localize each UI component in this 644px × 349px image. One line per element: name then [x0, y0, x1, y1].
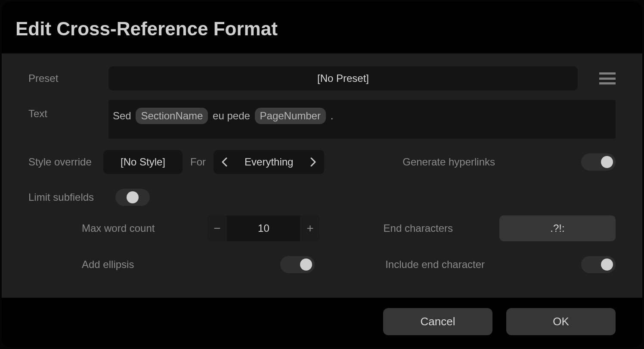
include-end-char-toggle[interactable]	[581, 256, 616, 273]
bottom-toggles-row: Add ellipsis Include end character	[28, 256, 616, 273]
stepper-minus-button[interactable]: −	[207, 215, 227, 241]
for-value: Everything	[235, 150, 303, 174]
limit-subfields-label: Limit subfields	[28, 191, 94, 203]
for-prev-button[interactable]	[214, 150, 235, 174]
toggle-knob	[300, 259, 312, 271]
limit-subfields-toggle[interactable]	[115, 189, 150, 206]
dialog-footer: Cancel OK	[2, 298, 642, 347]
toggle-knob	[127, 191, 139, 203]
limit-subfields-row: Limit subfields	[28, 189, 616, 206]
for-label: For	[190, 156, 206, 168]
edit-crossref-dialog: Edit Cross-Reference Format Preset [No P…	[2, 2, 642, 347]
end-characters-input[interactable]	[499, 215, 616, 241]
text-label: Text	[28, 100, 96, 120]
style-override-label: Style override	[28, 156, 96, 168]
hamburger-icon[interactable]	[599, 72, 616, 84]
text-editor[interactable]: Sed SectionName eu pede PageNumber .	[108, 100, 616, 139]
max-word-count-label: Max word count	[82, 222, 155, 234]
dialog-header: Edit Cross-Reference Format	[2, 2, 642, 53]
add-ellipsis-toggle[interactable]	[280, 256, 315, 273]
hyperlinks-toggle[interactable]	[581, 153, 616, 171]
toggle-knob	[601, 259, 613, 271]
include-end-char-label: Include end character	[385, 259, 485, 271]
end-chars-group: End characters	[384, 215, 616, 241]
text-segment: .	[328, 110, 333, 122]
add-ellipsis-group: Add ellipsis	[82, 256, 315, 273]
preset-row: Preset [No Preset]	[28, 66, 616, 90]
dialog-body: Preset [No Preset] Text Sed SectionName …	[2, 53, 642, 298]
chevron-right-icon	[310, 157, 316, 167]
for-nav-group: Everything	[214, 150, 324, 174]
text-segment: Sed	[113, 110, 134, 122]
ok-button[interactable]: OK	[506, 308, 616, 335]
dialog-title: Edit Cross-Reference Format	[15, 18, 629, 40]
preset-label: Preset	[28, 72, 96, 84]
toggle-knob	[601, 156, 613, 168]
stepper-plus-button[interactable]: +	[300, 215, 320, 241]
sectionname-token[interactable]: SectionName	[136, 108, 208, 124]
text-row: Text Sed SectionName eu pede PageNumber …	[28, 100, 616, 139]
style-select[interactable]: [No Style]	[103, 150, 183, 174]
hyperlinks-group: Generate hyperlinks	[402, 153, 616, 171]
pagenumber-token[interactable]: PageNumber	[255, 108, 326, 124]
for-next-button[interactable]	[303, 150, 324, 174]
add-ellipsis-label: Add ellipsis	[82, 259, 134, 271]
include-end-char-group: Include end character	[385, 256, 616, 273]
text-segment: eu pede	[210, 110, 253, 122]
preset-select[interactable]: [No Preset]	[108, 66, 578, 90]
chevron-left-icon	[221, 157, 227, 167]
max-word-count-stepper: − +	[207, 215, 320, 241]
max-word-count-row: Max word count − + End characters	[28, 215, 616, 241]
style-row: Style override [No Style] For Everything…	[28, 150, 616, 174]
max-word-count-input[interactable]	[227, 215, 300, 241]
cancel-button[interactable]: Cancel	[383, 308, 492, 335]
end-characters-label: End characters	[384, 222, 453, 234]
hyperlinks-label: Generate hyperlinks	[402, 156, 495, 168]
